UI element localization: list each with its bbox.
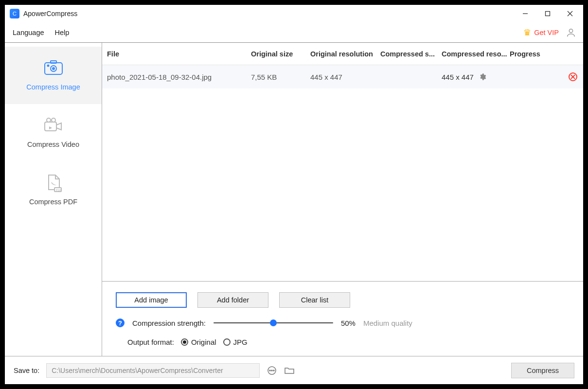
svg-point-20 [273,370,274,371]
svg-point-4 [569,29,572,32]
svg-rect-1 [546,12,550,16]
clear-list-button[interactable]: Clear list [279,292,350,308]
svg-point-9 [47,65,49,67]
svg-point-19 [271,370,272,371]
more-options-icon[interactable] [267,365,277,376]
help-icon[interactable]: ? [116,318,125,327]
settings-panel: Add image Add folder Clear list ? Compre… [102,281,583,356]
cell-original-resolution: 445 x 447 [310,73,380,81]
sidebar-item-compress-image[interactable]: Compress Image [5,47,102,104]
cell-file: photo_2021-05-18_09-32-04.jpg [107,73,251,81]
svg-point-18 [269,370,270,371]
maximize-button[interactable] [536,6,559,21]
svg-text:PDF: PDF [55,189,61,192]
footer: Save to: Compress [5,356,583,384]
app-icon: C [10,9,19,18]
get-vip-button[interactable]: ♛ Get VIP [523,28,559,37]
th-original-size: Original size [251,50,310,58]
compress-button[interactable]: Compress [511,363,574,378]
table-row[interactable]: photo_2021-05-18_09-32-04.jpg 7,55 KB 44… [102,65,583,88]
cell-compressed-resolution: 445 x 447 [442,73,510,81]
file-drop-area[interactable] [102,88,583,281]
compression-percent: 50% [341,319,356,327]
radio-jpg[interactable]: JPG [223,338,248,346]
vip-label: Get VIP [534,29,559,36]
user-icon[interactable] [566,27,576,38]
th-file: File [107,50,251,58]
gear-icon[interactable] [479,73,486,81]
radio-original-label: Original [191,338,216,346]
sidebar: Compress Image Compress Video [5,43,102,356]
th-original-resolution: Original resolution [310,50,380,58]
window-controls [514,6,581,21]
compression-quality: Medium quality [363,319,412,327]
slider-thumb[interactable] [270,319,277,326]
table-header: File Original size Original resolution C… [102,43,583,65]
menubar: Language Help ♛ Get VIP [5,22,583,43]
video-icon [43,117,64,134]
radio-jpg-label: JPG [233,338,248,346]
svg-point-11 [47,118,51,122]
add-image-button[interactable]: Add image [116,292,187,308]
action-buttons: Add image Add folder Clear list [116,292,570,308]
sidebar-item-compress-pdf[interactable]: PDF Compress PDF [5,161,102,219]
camera-icon [43,60,64,76]
menu-help[interactable]: Help [55,29,70,36]
minimize-button[interactable] [514,6,536,21]
th-compressed-resolution: Compressed reso... [442,50,510,58]
add-folder-button[interactable]: Add folder [197,292,268,308]
th-progress: Progress [510,50,553,58]
svg-point-7 [53,68,54,70]
compression-strength-label: Compression strength: [132,319,206,327]
radio-original[interactable]: Original [181,338,216,346]
sidebar-item-label: Compress Image [26,83,80,91]
compressed-resolution-value: 445 x 447 [442,73,474,81]
svg-point-12 [52,118,55,122]
cell-original-size: 7,55 KB [251,73,310,81]
delete-row-button[interactable] [569,72,577,81]
crown-icon: ♛ [523,28,531,37]
sidebar-item-label: Compress PDF [29,198,77,206]
output-format-row: Output format: Original JPG [116,338,570,346]
body: Compress Image Compress Video [5,43,583,356]
titlebar: C ApowerCompress [5,5,583,22]
sidebar-item-label: Compress Video [27,141,79,148]
compression-strength-row: ? Compression strength: 50% Medium quali… [116,318,570,327]
app-window: C ApowerCompress Language Help ♛ Get VIP [5,5,583,384]
pdf-icon: PDF [43,175,64,191]
radio-dot-icon [223,338,231,346]
compression-slider[interactable] [214,319,333,327]
save-path-input[interactable] [46,363,260,378]
close-button[interactable] [559,6,581,21]
save-to-label: Save to: [14,367,39,374]
sidebar-item-compress-video[interactable]: Compress Video [5,104,102,161]
th-compressed-size: Compressed s... [380,50,442,58]
output-format-label: Output format: [127,338,174,346]
svg-rect-8 [51,61,56,63]
app-title: ApowerCompress [23,10,514,18]
main-panel: File Original size Original resolution C… [102,43,583,356]
svg-rect-10 [45,122,56,131]
radio-dot-icon [181,338,188,346]
folder-open-icon[interactable] [284,365,295,376]
menu-language[interactable]: Language [13,29,44,36]
